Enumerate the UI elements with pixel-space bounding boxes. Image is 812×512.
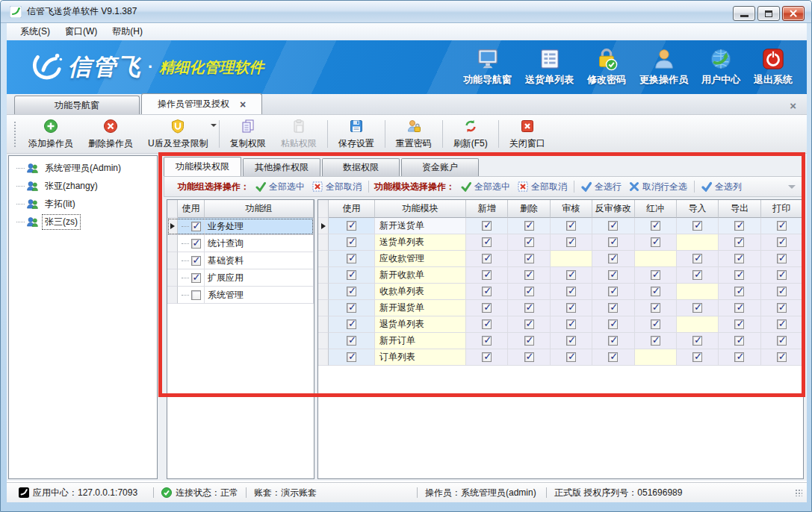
toolbar-copy-permission-button[interactable]: 复制权限 [223,115,273,153]
permission-checkbox[interactable] [608,319,618,329]
toolbar-reset-password-button[interactable]: 重置密码 [388,115,439,153]
module-use-checkbox[interactable] [347,336,356,346]
permission-checkbox[interactable] [608,352,618,362]
module-row[interactable]: 送货单列表 [318,234,803,251]
selection-action-group-select-all[interactable]: 全部选中 [252,181,309,193]
module-use-checkbox[interactable] [347,254,356,263]
minimize-button[interactable] [733,6,755,21]
module-use-checkbox[interactable] [347,303,356,313]
module-row[interactable]: 新开收款单 [318,267,803,284]
permission-checkbox[interactable] [734,237,744,247]
group-row[interactable]: 业务处理 [167,218,314,235]
permission-checkbox[interactable] [524,237,534,247]
selection-action-select-column[interactable]: 全选列 [698,181,746,193]
tree-item-lit[interactable]: 李拓(lit) [9,195,157,213]
module-row[interactable]: 新开送货单 [318,218,803,234]
selection-action-module-cancel-all[interactable]: 全部取消 [514,181,571,193]
permission-checkbox[interactable] [566,221,576,231]
permission-checkbox[interactable] [777,237,787,247]
banner-action-user-center[interactable]: 用户中心 [695,44,747,91]
permission-checkbox[interactable] [524,254,534,263]
permission-checkbox[interactable] [608,254,618,263]
permission-checkbox[interactable] [651,319,660,329]
permission-checkbox[interactable] [482,237,492,247]
tab-operator-auth[interactable]: 操作员管理及授权× [141,93,262,114]
permission-checkbox[interactable] [777,352,787,362]
tab-close-icon[interactable]: × [240,99,246,110]
maximize-button[interactable] [757,6,780,21]
module-row[interactable]: 退货单列表 [318,316,803,333]
selection-action-group-cancel-all[interactable]: 全部取消 [309,181,365,193]
selection-action-select-row[interactable]: 全选行 [577,181,625,193]
permission-checkbox[interactable] [482,336,492,346]
permission-checkbox[interactable] [651,336,660,346]
selection-action-module-select-all[interactable]: 全部选中 [457,181,514,193]
permission-checkbox[interactable] [566,336,576,346]
permission-checkbox[interactable] [777,336,787,346]
permission-checkbox[interactable] [734,254,744,263]
permission-checkbox[interactable] [524,287,534,296]
group-checkbox[interactable] [191,239,201,249]
tab-other-permission[interactable]: 其他操作权限 [243,158,320,176]
permission-checkbox[interactable] [651,221,660,231]
permission-checkbox[interactable] [566,352,576,362]
tree-item-zhangy[interactable]: 张亚(zhangy) [9,177,157,195]
permission-checkbox[interactable] [777,254,787,263]
permission-checkbox[interactable] [777,287,787,296]
permission-checkbox[interactable] [566,287,576,296]
permission-checkbox[interactable] [734,319,744,329]
group-row[interactable]: 扩展应用 [167,269,314,287]
banner-action-delivery-list[interactable]: 送货单列表 [518,44,580,91]
group-checkbox[interactable] [191,256,201,266]
permission-checkbox[interactable] [692,254,702,263]
tab-data-permission[interactable]: 数据权限 [322,158,400,176]
menu-item-2[interactable]: 帮助(H) [105,23,150,40]
group-checkbox[interactable] [191,273,201,283]
permission-checkbox[interactable] [734,270,744,280]
banner-action-nav-window[interactable]: 功能导航窗 [456,44,518,91]
permission-checkbox[interactable] [482,254,492,263]
permission-checkbox[interactable] [777,319,787,329]
permission-checkbox[interactable] [608,237,618,247]
group-checkbox[interactable] [191,222,201,231]
tree-item-admin[interactable]: 系统管理员(Admin) [9,159,157,177]
banner-action-switch-operator[interactable]: 更换操作员 [633,44,695,91]
permission-checkbox[interactable] [566,319,576,329]
module-use-checkbox[interactable] [347,270,356,280]
toolbar-save-settings-button[interactable]: 保存设置 [331,115,382,153]
permission-checkbox[interactable] [566,303,576,313]
permission-checkbox[interactable] [734,287,744,296]
permission-checkbox[interactable] [692,352,702,362]
permission-checkbox[interactable] [482,319,492,329]
toolbar-ushield-login-limit-button[interactable]: U盾及登录限制 [140,115,216,153]
permission-checkbox[interactable] [734,336,744,346]
toolbar-refresh-button[interactable]: 刷新(F5) [446,115,495,153]
permission-checkbox[interactable] [608,270,618,280]
permission-checkbox[interactable] [482,287,492,296]
close-button[interactable] [782,6,805,21]
permission-checkbox[interactable] [608,303,618,313]
permission-checkbox[interactable] [608,287,618,296]
permission-checkbox[interactable] [777,303,787,313]
menu-item-0[interactable]: 系统(S) [13,23,58,40]
permission-checkbox[interactable] [651,287,660,296]
tab-nav-window[interactable]: 功能导航窗 [14,96,140,114]
permission-checkbox[interactable] [734,352,744,362]
permission-checkbox[interactable] [692,221,702,231]
menu-item-1[interactable]: 窗口(W) [58,23,105,40]
module-row[interactable]: 订单列表 [318,349,803,366]
module-row[interactable]: 新开订单 [318,333,803,349]
permission-checkbox[interactable] [482,221,492,231]
module-row[interactable]: 新开退货单 [318,300,803,316]
group-row[interactable]: 基础资料 [167,252,314,269]
tab-fund-account[interactable]: 资金账户 [401,158,479,176]
permission-checkbox[interactable] [734,221,744,231]
permission-checkbox[interactable] [482,352,492,362]
toolbar-delete-operator-button[interactable]: 删除操作员 [81,115,140,153]
permission-checkbox[interactable] [651,303,660,313]
permission-checkbox[interactable] [651,270,660,280]
permission-checkbox[interactable] [651,237,660,247]
permission-checkbox[interactable] [777,270,787,280]
permission-checkbox[interactable] [524,352,534,362]
permission-checkbox[interactable] [734,303,744,313]
